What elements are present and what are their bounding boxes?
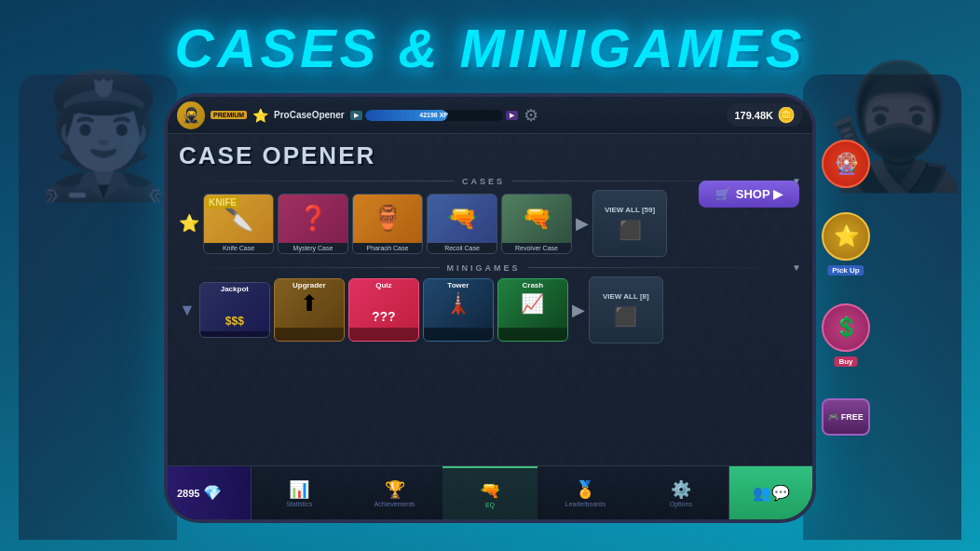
view-all-cases-text: VIEW ALL [59] [601,206,659,215]
premium-badge: PREMIUM [211,111,247,119]
pickup-label: Pick Up [827,265,864,276]
top-bar: 🥷 PREMIUM ⭐ ProCaseOpener ▶ 42198 XP ▶ ⚙… [168,97,812,134]
chat-button[interactable]: 👥💬 [728,466,812,519]
phone-wrapper: 🥷 PREMIUM ⭐ ProCaseOpener ▶ 42198 XP ▶ ⚙… [164,93,816,523]
minigame-item-upgrader[interactable]: ⬆ Upgrader [274,278,345,342]
leaderboards-label: Leaderboards [565,501,606,507]
main-content: CASE OPENER 🛒 SHOP ▶ CASES ▼ [168,134,812,465]
settings-icon[interactable]: ⚙ [524,105,538,126]
nav-item-options[interactable]: ⚙️ Options [633,466,728,519]
options-icon: ⚙️ [671,479,691,500]
coins-container: 179.48K 🪙 [727,103,803,127]
minigames-arrow-icon[interactable]: ▶ [572,300,585,320]
minigames-divider-left [179,267,440,268]
minigames-fav-icon: ▼ [179,301,196,320]
shop-label: SHOP ▶ [736,187,783,201]
side-free-button[interactable]: 🎮 FREE [822,398,870,436]
case-item-knife[interactable]: KNIFE 🔪 Knife Case [203,194,274,254]
minigame-name-quiz: Quiz [349,281,418,289]
achievements-icon: 🏆 [385,479,405,500]
star-icon: ⭐ [252,108,268,123]
minigame-item-quiz[interactable]: ??? Quiz [348,278,419,342]
phone-body: 🥷 PREMIUM ⭐ ProCaseOpener ▶ 42198 XP ▶ ⚙… [164,93,816,523]
minigames-row: ▼ $$$ Jackpot ⬆ [179,276,801,343]
side-panel: 🎡 ⭐ Pick Up 💲 Buy 🎮 FREE [822,140,870,436]
view-all-cases-icon: ⬛ [619,219,642,241]
avatar-badge: 🥷 [177,101,205,129]
minigame-name-upgrader: Upgrader [275,281,344,289]
minigame-name-crash: Crash [498,281,567,289]
minigame-item-crash[interactable]: 📈 Crash [497,278,568,342]
minigame-item-tower[interactable]: 🗼 Tower [423,278,494,342]
nav-item-achievements[interactable]: 🏆 Achievements [347,466,442,519]
options-label: Options [670,501,692,507]
buy-label: Buy [834,356,857,367]
minigames-section-label: MINIGAMES [440,263,528,273]
xp-badge-right: ▶ [506,111,518,120]
case-label-mystery: Mystery Case [279,243,347,253]
xp-bar: 42198 XP [365,110,503,121]
bottom-nav: 2895 💎 📊 Statistics 🏆 Achievements 🔫 EQ [168,465,812,519]
chat-icon: 👥💬 [753,484,790,502]
page-title: CASES & MINIGAMES [174,18,805,78]
shop-cart-icon: 🛒 [715,187,730,201]
case-label-knife: Knife Case [204,243,273,253]
xp-bar-container: ▶ 42198 XP ▶ [350,110,518,121]
minigame-name-jackpot: Jackpot [200,285,269,293]
minigames-chevron: ▼ [792,262,801,273]
case-label-recoil: Recoil Case [428,243,497,253]
coin-icon: 🪙 [777,106,796,124]
screen: 🥷 PREMIUM ⭐ ProCaseOpener ▶ 42198 XP ▶ ⚙… [168,97,812,519]
view-all-cases-button[interactable]: VIEW ALL [59] ⬛ [592,190,667,257]
side-wheel-button[interactable]: 🎡 [822,140,870,188]
view-all-minigames-icon: ⬛ [614,305,637,328]
username: ProCaseOpener [274,110,345,120]
page-title-container: CASES & MINIGAMES [0,17,980,79]
cases-divider-left [179,181,455,181]
side-pickup-button[interactable]: ⭐ Pick Up [822,212,870,261]
xp-badge-left: ▶ [350,111,362,120]
chips-display: 2895 💎 [168,466,252,519]
case-item-recoil[interactable]: 🔫 Recoil Case [427,194,497,254]
minigame-name-tower: Tower [424,281,493,289]
cases-arrow-icon[interactable]: ▶ [576,213,589,234]
nav-item-leaderboards[interactable]: 🏅 Leaderboards [538,466,633,519]
coins-value: 179.48K [734,110,773,121]
eq-icon: 🔫 [480,480,500,501]
side-buy-button[interactable]: 💲 Buy [822,303,870,352]
statistics-icon: 📊 [289,479,309,500]
achievements-label: Achievements [374,501,415,507]
minigames-divider-right [528,267,789,268]
minigames-section-header: MINIGAMES ▼ [179,262,801,273]
view-all-minigames-button[interactable]: VIEW ALL [8] ⬛ [589,276,663,343]
nav-item-statistics[interactable]: 📊 Statistics [252,466,347,519]
shop-button[interactable]: 🛒 SHOP ▶ [699,181,799,208]
case-item-pharaoh[interactable]: 🏺 Pharaoh Case [352,194,423,254]
statistics-label: Statistics [286,501,312,507]
minigame-item-jackpot[interactable]: $$$ Jackpot [199,282,270,338]
case-label-revolver: Revolver Case [502,243,571,253]
cases-section-label: CASES [455,177,512,186]
case-item-revolver[interactable]: 🔫 Revolver Case [501,194,572,254]
view-all-minigames-text: VIEW ALL [8] [599,292,653,302]
xp-value: 42198 XP [365,110,503,121]
case-opener-title: CASE OPENER [179,141,375,170]
eq-label: EQ [485,502,495,508]
chips-icon: 💎 [203,484,222,502]
case-label-pharaoh: Pharaoh Case [353,243,422,253]
favorite-star-icon[interactable]: ⭐ [179,213,199,234]
case-opener-title-row: CASE OPENER [179,141,801,170]
leaderboards-icon: 🏅 [575,479,595,500]
nav-item-eq[interactable]: 🔫 EQ [442,466,538,519]
minigames-section: MINIGAMES ▼ ▼ $$$ Jackpot [179,262,801,343]
chips-value: 2895 [177,488,199,499]
case-item-mystery[interactable]: ❓ Mystery Case [278,194,348,254]
